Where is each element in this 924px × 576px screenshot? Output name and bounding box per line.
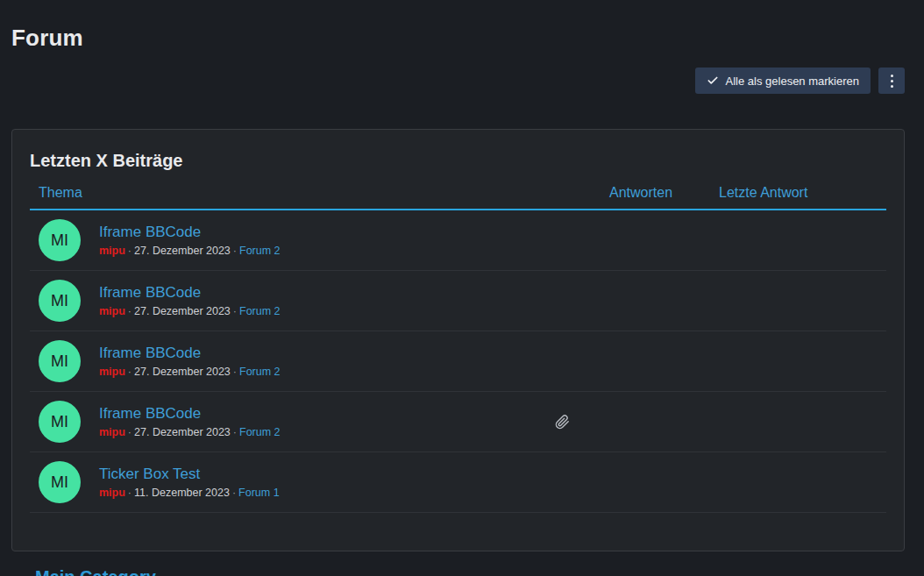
topics-table: Thema Antworten Letzte Antwort MI Iframe… — [30, 185, 886, 513]
column-header-last-reply[interactable]: Letzte Antwort — [719, 185, 886, 201]
meta-separator: · — [233, 426, 237, 438]
forum-link[interactable]: Forum 2 — [239, 426, 281, 438]
forum-link[interactable]: Forum 2 — [239, 305, 281, 317]
topic-title-link[interactable]: Iframe BBCode — [99, 224, 201, 241]
category-link-main[interactable]: Main Category — [35, 567, 156, 576]
author-link[interactable]: mipu — [99, 245, 125, 257]
page-title: Forum — [11, 25, 924, 52]
avatar[interactable]: MI — [39, 461, 81, 503]
topic-date: 27. Dezember 2023 — [134, 305, 231, 317]
topic-date: 27. Dezember 2023 — [134, 366, 231, 378]
table-row: MI Iframe BBCode mipu·27. Dezember 2023·… — [30, 331, 886, 392]
panel-title: Letzten X Beiträge — [30, 151, 886, 171]
topic-meta: mipu·11. Dezember 2023·Forum 1 — [99, 487, 609, 499]
column-header-replies[interactable]: Antworten — [609, 185, 719, 201]
table-header-row: Thema Antworten Letzte Antwort — [30, 185, 886, 210]
topic-title-link[interactable]: Iframe BBCode — [99, 405, 201, 423]
more-options-button[interactable] — [878, 68, 905, 94]
topic-meta: mipu·27. Dezember 2023·Forum 2 — [99, 305, 609, 317]
check-icon — [707, 75, 719, 87]
author-link[interactable]: mipu — [99, 305, 125, 317]
column-header-topic[interactable]: Thema — [30, 185, 609, 201]
avatar[interactable]: MI — [39, 340, 81, 382]
forum-link[interactable]: Forum 2 — [239, 245, 281, 257]
topic-date: 27. Dezember 2023 — [134, 426, 231, 438]
meta-separator: · — [128, 366, 131, 378]
table-row: MI Ticker Box Test mipu·11. Dezember 202… — [30, 452, 886, 513]
topic-date: 27. Dezember 2023 — [134, 245, 231, 257]
avatar[interactable]: MI — [39, 401, 81, 443]
meta-separator: · — [128, 245, 131, 257]
author-link[interactable]: mipu — [99, 487, 125, 499]
avatar[interactable]: MI — [39, 219, 81, 261]
vertical-ellipsis-icon — [891, 75, 893, 88]
meta-separator: · — [232, 487, 236, 499]
topic-date: 11. Dezember 2023 — [134, 487, 230, 499]
topic-meta: mipu·27. Dezember 2023·Forum 2 — [99, 366, 609, 378]
table-row: MI Iframe BBCode mipu·27. Dezember 2023·… — [30, 210, 886, 271]
mark-all-read-label: Alle als gelesen markieren — [726, 75, 859, 88]
topic-meta: mipu·27. Dezember 2023·Forum 2 — [99, 245, 609, 257]
mark-all-read-button[interactable]: Alle als gelesen markieren — [695, 68, 871, 94]
toolbar: Alle als gelesen markieren — [695, 68, 905, 94]
forum-link[interactable]: Forum 2 — [239, 366, 281, 378]
topic-title-link[interactable]: Iframe BBCode — [99, 284, 201, 302]
author-link[interactable]: mipu — [99, 366, 125, 378]
recent-posts-panel: Letzten X Beiträge Thema Antworten Letzt… — [11, 129, 905, 551]
meta-separator: · — [128, 487, 131, 499]
topic-title-link[interactable]: Iframe BBCode — [99, 345, 201, 362]
topic-title-link[interactable]: Ticker Box Test — [99, 466, 200, 483]
topic-meta: mipu·27. Dezember 2023·Forum 2 — [99, 426, 555, 438]
meta-separator: · — [233, 245, 237, 257]
meta-separator: · — [128, 305, 131, 317]
avatar[interactable]: MI — [39, 280, 81, 322]
meta-separator: · — [233, 366, 237, 378]
table-row: MI Iframe BBCode mipu·27. Dezember 2023·… — [30, 271, 886, 331]
author-link[interactable]: mipu — [99, 426, 125, 438]
meta-separator: · — [233, 305, 237, 317]
meta-separator: · — [128, 426, 131, 438]
paperclip-icon — [555, 415, 570, 430]
table-row: MI Iframe BBCode mipu·27. Dezember 2023·… — [30, 392, 886, 452]
forum-link[interactable]: Forum 1 — [238, 487, 280, 499]
